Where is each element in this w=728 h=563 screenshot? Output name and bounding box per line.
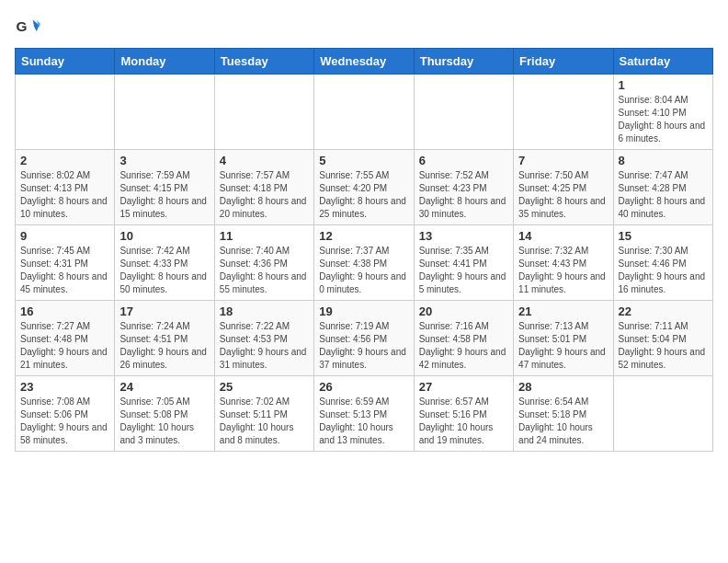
calendar-cell: 14Sunrise: 7:32 AM Sunset: 4:43 PM Dayli… <box>514 225 613 301</box>
day-info: Sunrise: 7:22 AM Sunset: 4:53 PM Dayligh… <box>220 320 309 372</box>
day-info: Sunrise: 7:52 AM Sunset: 4:23 PM Dayligh… <box>419 169 508 221</box>
calendar-cell: 22Sunrise: 7:11 AM Sunset: 5:04 PM Dayli… <box>613 301 712 376</box>
weekday-header-thursday: Thursday <box>414 49 513 75</box>
calendar-cell: 20Sunrise: 7:16 AM Sunset: 4:58 PM Dayli… <box>414 301 513 376</box>
day-info: Sunrise: 7:55 AM Sunset: 4:20 PM Dayligh… <box>319 169 408 221</box>
day-info: Sunrise: 7:27 AM Sunset: 4:48 PM Dayligh… <box>20 320 109 372</box>
day-info: Sunrise: 7:08 AM Sunset: 5:06 PM Dayligh… <box>20 396 109 447</box>
day-info: Sunrise: 7:50 AM Sunset: 4:25 PM Dayligh… <box>518 169 608 221</box>
day-number: 13 <box>419 229 508 243</box>
day-number: 4 <box>220 154 309 167</box>
day-number: 15 <box>619 229 708 243</box>
day-number: 10 <box>119 229 209 243</box>
day-info: Sunrise: 8:02 AM Sunset: 4:13 PM Dayligh… <box>20 169 109 221</box>
day-info: Sunrise: 7:05 AM Sunset: 5:08 PM Dayligh… <box>119 396 209 447</box>
weekday-header-row: SundayMondayTuesdayWednesdayThursdayFrid… <box>16 49 713 75</box>
day-info: Sunrise: 7:13 AM Sunset: 5:01 PM Dayligh… <box>518 320 608 372</box>
calendar-cell <box>613 376 712 452</box>
week-row-3: 9Sunrise: 7:45 AM Sunset: 4:31 PM Daylig… <box>16 225 713 301</box>
day-number: 25 <box>220 380 309 394</box>
day-number: 1 <box>619 78 708 92</box>
calendar-cell: 24Sunrise: 7:05 AM Sunset: 5:08 PM Dayli… <box>115 376 214 452</box>
weekday-header-friday: Friday <box>514 49 613 75</box>
weekday-header-saturday: Saturday <box>613 49 712 75</box>
day-info: Sunrise: 6:57 AM Sunset: 5:16 PM Dayligh… <box>419 396 508 447</box>
calendar-cell: 8Sunrise: 7:47 AM Sunset: 4:28 PM Daylig… <box>613 150 712 225</box>
day-number: 6 <box>419 154 508 167</box>
week-row-4: 16Sunrise: 7:27 AM Sunset: 4:48 PM Dayli… <box>16 301 713 376</box>
day-info: Sunrise: 8:04 AM Sunset: 4:10 PM Dayligh… <box>619 94 708 145</box>
calendar-cell: 21Sunrise: 7:13 AM Sunset: 5:01 PM Dayli… <box>514 301 613 376</box>
calendar-table: SundayMondayTuesdayWednesdayThursdayFrid… <box>15 48 713 452</box>
calendar-cell: 11Sunrise: 7:40 AM Sunset: 4:36 PM Dayli… <box>214 225 313 301</box>
day-number: 28 <box>518 380 608 394</box>
day-info: Sunrise: 7:24 AM Sunset: 4:51 PM Dayligh… <box>119 320 209 372</box>
calendar-cell: 2Sunrise: 8:02 AM Sunset: 4:13 PM Daylig… <box>16 150 115 225</box>
calendar-cell: 15Sunrise: 7:30 AM Sunset: 4:46 PM Dayli… <box>613 225 712 301</box>
calendar-cell: 6Sunrise: 7:52 AM Sunset: 4:23 PM Daylig… <box>414 150 513 225</box>
day-number: 12 <box>319 229 408 243</box>
day-number: 18 <box>220 304 309 318</box>
page-header: G <box>15 15 713 40</box>
calendar-cell: 4Sunrise: 7:57 AM Sunset: 4:18 PM Daylig… <box>214 150 313 225</box>
logo: G <box>15 15 44 40</box>
day-number: 2 <box>20 154 109 167</box>
calendar-cell: 7Sunrise: 7:50 AM Sunset: 4:25 PM Daylig… <box>514 150 613 225</box>
day-number: 19 <box>319 304 408 318</box>
calendar-cell: 12Sunrise: 7:37 AM Sunset: 4:38 PM Dayli… <box>314 225 414 301</box>
calendar-cell: 5Sunrise: 7:55 AM Sunset: 4:20 PM Daylig… <box>314 150 414 225</box>
day-number: 27 <box>419 380 508 394</box>
weekday-header-monday: Monday <box>115 49 214 75</box>
calendar-cell <box>314 75 414 150</box>
day-number: 23 <box>20 380 109 394</box>
calendar-cell: 23Sunrise: 7:08 AM Sunset: 5:06 PM Dayli… <box>16 376 115 452</box>
day-number: 20 <box>419 304 508 318</box>
day-number: 14 <box>518 229 608 243</box>
calendar-cell: 18Sunrise: 7:22 AM Sunset: 4:53 PM Dayli… <box>214 301 313 376</box>
day-info: Sunrise: 7:16 AM Sunset: 4:58 PM Dayligh… <box>419 320 508 372</box>
calendar-cell: 28Sunrise: 6:54 AM Sunset: 5:18 PM Dayli… <box>514 376 613 452</box>
day-number: 11 <box>220 229 309 243</box>
weekday-header-sunday: Sunday <box>16 49 115 75</box>
day-number: 24 <box>119 380 209 394</box>
calendar-cell: 1Sunrise: 8:04 AM Sunset: 4:10 PM Daylig… <box>613 75 712 150</box>
calendar-cell <box>514 75 613 150</box>
day-info: Sunrise: 7:59 AM Sunset: 4:15 PM Dayligh… <box>119 169 209 221</box>
day-number: 26 <box>319 380 408 394</box>
day-number: 3 <box>119 154 209 167</box>
calendar-cell: 10Sunrise: 7:42 AM Sunset: 4:33 PM Dayli… <box>115 225 214 301</box>
day-info: Sunrise: 7:57 AM Sunset: 4:18 PM Dayligh… <box>220 169 309 221</box>
calendar-cell: 17Sunrise: 7:24 AM Sunset: 4:51 PM Dayli… <box>115 301 214 376</box>
day-number: 8 <box>619 154 708 167</box>
calendar-cell: 27Sunrise: 6:57 AM Sunset: 5:16 PM Dayli… <box>414 376 513 452</box>
day-number: 5 <box>319 154 408 167</box>
day-number: 22 <box>619 304 708 318</box>
calendar-cell: 13Sunrise: 7:35 AM Sunset: 4:41 PM Dayli… <box>414 225 513 301</box>
day-info: Sunrise: 7:45 AM Sunset: 4:31 PM Dayligh… <box>20 245 109 296</box>
calendar-cell: 19Sunrise: 7:19 AM Sunset: 4:56 PM Dayli… <box>314 301 414 376</box>
calendar-cell <box>16 75 115 150</box>
day-info: Sunrise: 7:30 AM Sunset: 4:46 PM Dayligh… <box>619 245 708 296</box>
day-info: Sunrise: 6:59 AM Sunset: 5:13 PM Dayligh… <box>319 396 408 447</box>
week-row-5: 23Sunrise: 7:08 AM Sunset: 5:06 PM Dayli… <box>16 376 713 452</box>
calendar-cell <box>414 75 513 150</box>
day-info: Sunrise: 7:19 AM Sunset: 4:56 PM Dayligh… <box>319 320 408 372</box>
day-info: Sunrise: 7:42 AM Sunset: 4:33 PM Dayligh… <box>119 245 209 296</box>
calendar-cell <box>214 75 313 150</box>
day-info: Sunrise: 7:02 AM Sunset: 5:11 PM Dayligh… <box>220 396 309 447</box>
calendar-cell: 9Sunrise: 7:45 AM Sunset: 4:31 PM Daylig… <box>16 225 115 301</box>
day-info: Sunrise: 7:11 AM Sunset: 5:04 PM Dayligh… <box>619 320 708 372</box>
day-info: Sunrise: 6:54 AM Sunset: 5:18 PM Dayligh… <box>518 396 608 447</box>
day-info: Sunrise: 7:37 AM Sunset: 4:38 PM Dayligh… <box>319 245 408 296</box>
day-number: 17 <box>119 304 209 318</box>
day-number: 16 <box>20 304 109 318</box>
calendar-cell: 3Sunrise: 7:59 AM Sunset: 4:15 PM Daylig… <box>115 150 214 225</box>
day-number: 21 <box>518 304 608 318</box>
week-row-2: 2Sunrise: 8:02 AM Sunset: 4:13 PM Daylig… <box>16 150 713 225</box>
day-number: 7 <box>518 154 608 167</box>
weekday-header-wednesday: Wednesday <box>314 49 414 75</box>
day-number: 9 <box>20 229 109 243</box>
weekday-header-tuesday: Tuesday <box>214 49 313 75</box>
logo-icon: G <box>15 15 40 40</box>
day-info: Sunrise: 7:35 AM Sunset: 4:41 PM Dayligh… <box>419 245 508 296</box>
